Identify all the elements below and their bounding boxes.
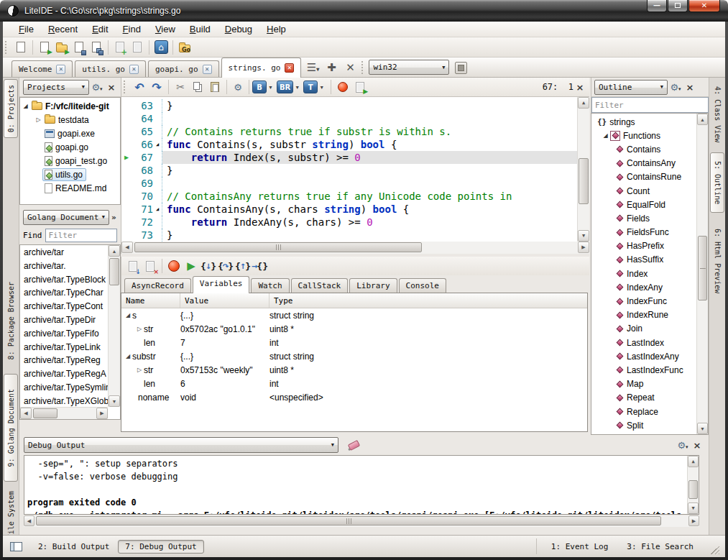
save-all-icon[interactable] [88,40,105,55]
new-file-icon[interactable] [12,40,29,55]
event-log-button[interactable]: 1: Event Log [545,540,614,554]
dock-tab[interactable]: 0: Projects [4,79,18,138]
line-number[interactable]: 65 [132,125,153,138]
outline-function-item[interactable]: EqualFold [591,198,696,211]
outline-function-item[interactable]: LastIndexAny [591,349,696,363]
code-text[interactable]: // Contains returns true if substr is wi… [162,125,577,138]
scrollbar-thumb[interactable] [134,242,422,252]
line-number[interactable]: 70 [132,190,153,203]
tree-item[interactable]: utils.go [20,167,120,181]
scrollbar-thumb[interactable] [36,516,661,525]
godoc-list-item[interactable]: archive/tar.TypeBlock [20,273,108,287]
projects-combo[interactable]: Projects▼ [23,80,89,95]
document-tab[interactable]: goapi. go ✕ [148,60,219,77]
tree-item[interactable]: goapi.go [20,140,120,154]
scroll-up-icon[interactable]: ▲ [578,97,589,109]
outline-function-item[interactable]: Fields [591,211,696,225]
save-file-icon[interactable] [70,40,88,55]
redo-icon[interactable]: ↷ [148,79,165,95]
outline-function-item[interactable]: Index [591,267,696,280]
variable-row[interactable]: ▷ str 0x57153c "weekly" uint8 * [121,363,587,377]
scroll-right-icon[interactable]: ▶ [96,408,108,419]
godoc-folder-icon[interactable] [176,40,193,55]
run-to-line-icon[interactable]: →{} [252,258,269,274]
debug-tab[interactable]: AsyncRecord [124,278,191,293]
toolbar-handle[interactable] [124,81,127,93]
code-text[interactable]: return IndexAny(s, chars) >= 0 [162,216,577,229]
dock-tab[interactable]: 5: Outline [710,152,724,213]
code-text[interactable]: } [162,164,577,177]
clear-output-icon[interactable] [348,440,360,451]
test-button[interactable]: T [303,81,318,93]
output-scrollbar-horizontal[interactable]: ◀ ▶ [24,515,699,527]
tree-item[interactable]: ▷ testdata [20,113,120,127]
scrollbar-vertical[interactable]: ▲ ▼ [108,245,120,407]
godoc-list-item[interactable]: archive/tar.TypeDir [20,313,108,327]
env-edit-button[interactable] [455,62,467,74]
column-name[interactable]: Name [121,293,180,308]
tab-close-icon[interactable]: ✕ [203,65,212,74]
fold-marker-icon[interactable]: ◢ [153,203,162,216]
outline-function-item[interactable]: Count [591,184,696,198]
scroll-right-icon[interactable]: ▶ [688,515,699,526]
godoc-list-item[interactable]: archive/tar.TypeChar [20,286,108,300]
build-run-button[interactable]: BR [277,81,293,93]
document-tab[interactable]: Welcome ✕ [11,60,73,77]
outline-scrollbar[interactable]: ▲ ▼ [696,114,708,434]
row-expander-icon[interactable]: ▷ [135,326,144,332]
tree-expander-icon[interactable]: ◢ [22,103,29,109]
debug-tab[interactable]: Library [349,278,397,293]
copy-icon[interactable] [189,79,206,95]
fold-marker-icon[interactable] [153,99,162,112]
outline-function-item[interactable]: Split [591,418,696,432]
debug-tab[interactable]: CallStack [291,278,349,293]
document-tab[interactable]: strings. go ✕ [221,58,302,78]
line-number[interactable]: 72 [132,216,153,229]
open-folder-icon[interactable]: ▶ [53,40,70,55]
scroll-left-icon[interactable]: ◀ [24,515,34,526]
variable-row[interactable]: len 7 int [121,336,587,349]
outline-function-item[interactable]: Map [591,377,696,391]
debug-output-combo[interactable]: Debug Output▼ [24,437,338,453]
outline-function-item[interactable]: HasSuffix [591,253,696,267]
dock-layout-icon[interactable] [10,542,22,551]
tree-item[interactable]: README.md [20,181,120,195]
editor-scrollbar-horizontal[interactable]: ◀ ▶ [121,242,589,254]
gear-icon[interactable]: ⚙▾ [675,440,691,451]
line-number[interactable]: 69 [132,177,153,190]
code-text[interactable]: } [162,99,577,112]
scrollbar-thumb[interactable] [33,408,57,418]
godoc-list-item[interactable]: archive/tar.TypeLink [20,341,108,354]
line-number[interactable]: 67 [132,151,153,164]
debug-tab[interactable]: Variables [193,276,250,293]
menu-item[interactable]: File [11,22,41,37]
menu-item[interactable]: Edit [85,22,115,37]
scroll-up-icon[interactable]: ▲ [697,114,708,125]
outline-function-item[interactable]: ContainsRune [591,170,696,184]
line-number[interactable]: 66 [132,138,153,151]
godoc-list-item[interactable]: archive/tar.TypeXGlobal [20,395,108,407]
column-value[interactable]: Value [180,293,269,308]
cut-icon[interactable]: ✂ [172,79,189,95]
tree-item[interactable]: goapi.exe [20,127,120,140]
godoc-list-item[interactable]: archive/tar.TypeRegA [20,367,108,381]
godoc-list-item[interactable]: archive/tar.TypeReg [20,354,108,367]
close-button[interactable]: ✕ [688,0,720,12]
scroll-right-icon[interactable]: ▶ [578,242,589,253]
scroll-left-icon[interactable]: ◀ [20,408,32,419]
show-current-line-icon[interactable]: ↓ [124,258,142,274]
close-tab-icon[interactable]: ✕ [341,61,359,74]
stop-debug-icon[interactable] [165,258,183,274]
gear-icon[interactable]: ⚙▾ [668,82,683,93]
close-panel-icon[interactable]: × [105,82,118,93]
godoc-list-item[interactable]: archive/tar.TypeSymlink [20,381,108,395]
new-tab-icon[interactable]: ✚ [322,61,341,74]
debug-tab[interactable]: Watch [251,278,289,293]
variable-row[interactable]: ▷ str 0x5702ac "go1.0.1" uint8 * [121,322,587,336]
code-text[interactable] [162,177,577,190]
continue-icon[interactable]: ▶ [183,258,200,274]
godoc-list-item[interactable]: archive/tar.TypeCont [20,300,108,313]
close-panel-icon[interactable]: × [691,440,704,451]
close-panel-icon[interactable]: × [683,82,696,93]
debug-output-text[interactable]: -sep=", ": setup separators -v=false: ve… [24,455,699,515]
